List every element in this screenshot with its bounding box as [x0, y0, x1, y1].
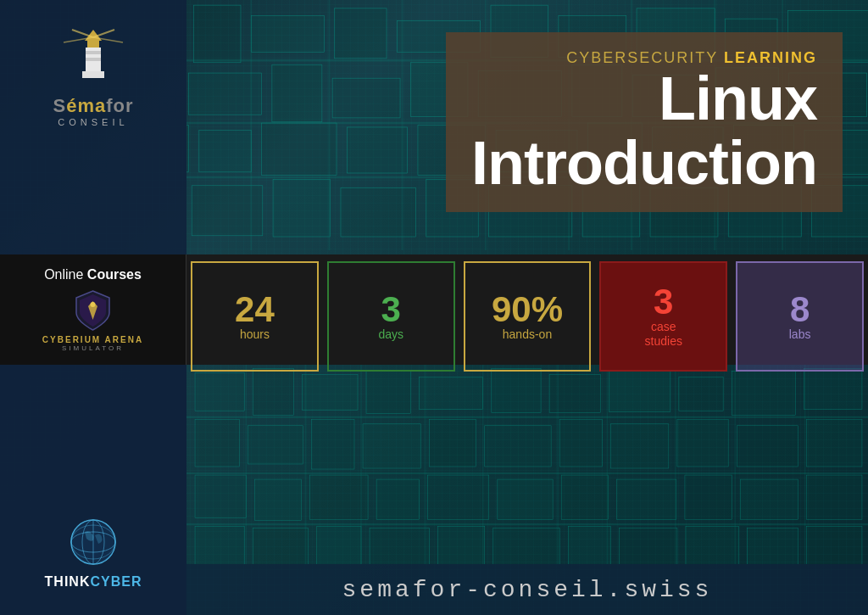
stat-handson-number: 90%: [492, 292, 563, 327]
thinkcyber-logo: THINKCYBER: [45, 574, 142, 590]
stat-labs-label: labs: [789, 327, 811, 342]
conseil-text: CONSEIL: [58, 117, 128, 127]
stat-days-number: 3: [381, 292, 401, 327]
stat-casestudies: 3 casestudies: [599, 261, 727, 372]
svg-rect-99: [740, 479, 798, 519]
svg-line-63: [72, 30, 93, 37]
svg-rect-89: [807, 420, 862, 467]
domain-bar: semafor-conseil.swiss: [186, 564, 868, 615]
svg-rect-98: [685, 475, 732, 519]
stat-hours-number: 24: [235, 292, 275, 327]
city-svg-bottom: [186, 365, 868, 564]
svg-rect-94: [427, 475, 488, 519]
stats-bar-brand: Online Courses CYBERIUM ARENA SIMULATOR: [0, 254, 186, 365]
cyberium-arena-text: CYBERIUM ARENA: [42, 335, 143, 344]
svg-rect-100: [807, 475, 862, 519]
svg-rect-62: [82, 71, 104, 78]
svg-rect-92: [310, 475, 368, 519]
stat-handson-label: hands-on: [503, 327, 552, 342]
stat-hours: 24 hours: [191, 261, 319, 372]
svg-rect-85: [559, 420, 602, 467]
svg-rect-101: [195, 526, 244, 564]
stat-hours-label: hours: [240, 327, 270, 342]
svg-rect-95: [498, 479, 553, 519]
svg-rect-105: [437, 526, 484, 564]
svg-point-67: [91, 302, 96, 307]
svg-rect-96: [561, 475, 608, 519]
svg-rect-77: [732, 371, 795, 415]
globe-icon: [68, 517, 119, 567]
svg-rect-91: [254, 479, 301, 520]
svg-rect-58: [87, 41, 99, 48]
svg-rect-90: [195, 475, 246, 517]
svg-rect-102: [253, 528, 308, 564]
svg-rect-83: [429, 420, 476, 467]
svg-line-64: [93, 30, 114, 37]
svg-rect-86: [610, 424, 668, 468]
svg-rect-73: [492, 368, 541, 412]
svg-rect-78: [804, 368, 862, 409]
svg-rect-87: [677, 420, 728, 467]
svg-rect-72: [419, 377, 482, 409]
svg-rect-80: [248, 426, 303, 464]
svg-rect-107: [568, 526, 610, 564]
svg-rect-68: [195, 372, 244, 411]
svg-rect-88: [737, 426, 798, 467]
svg-rect-104: [370, 528, 429, 564]
svg-rect-60: [86, 51, 101, 54]
svg-rect-70: [303, 374, 358, 410]
title-box: CYBERSECURITY LEARNING Linux Introductio…: [446, 32, 843, 212]
stats-bar: Online Courses CYBERIUM ARENA SIMULATOR …: [0, 254, 868, 365]
stat-casestudies-number: 3: [654, 284, 673, 320]
cyberium-shield-icon: [74, 289, 112, 332]
svg-rect-110: [747, 528, 798, 564]
svg-rect-79: [195, 420, 239, 467]
page-wrapper: Sémafor CONSEIL CYBERSECURITY LEARNING L…: [0, 0, 868, 615]
svg-rect-74: [549, 374, 600, 412]
stats-items: 24 hours 3 days 90% hands-on 3 casestudi…: [186, 254, 868, 365]
stat-days-label: days: [378, 327, 403, 342]
stat-labs-number: 8: [790, 292, 810, 327]
svg-rect-61: [86, 58, 101, 61]
svg-rect-71: [366, 371, 410, 413]
semafor-logo: Sémafor CONSEIL: [53, 25, 133, 127]
svg-rect-76: [679, 377, 723, 411]
header-area: CYBERSECURITY LEARNING Linux Introductio…: [186, 0, 868, 254]
bottom-sidebar: THINKCYBER: [0, 365, 186, 615]
stat-handson: 90% hands-on: [464, 261, 592, 372]
simulator-sub-text: SIMULATOR: [62, 344, 124, 352]
svg-rect-84: [485, 426, 551, 467]
city-aerial-bottom: [186, 365, 868, 564]
stat-labs: 8 labs: [736, 261, 864, 372]
svg-rect-82: [363, 424, 420, 468]
svg-rect-75: [609, 371, 670, 411]
svg-rect-109: [686, 526, 738, 564]
lighthouse-icon: [55, 25, 131, 93]
stat-days: 3 days: [327, 261, 455, 372]
course-title: Linux Introduction: [471, 67, 817, 195]
svg-rect-69: [253, 368, 293, 415]
domain-text: semafor-conseil.swiss: [342, 577, 713, 603]
svg-rect-81: [312, 420, 354, 469]
stat-casestudies-label: casestudies: [645, 320, 682, 349]
svg-rect-106: [493, 528, 559, 564]
svg-rect-111: [807, 526, 862, 564]
svg-rect-103: [317, 526, 361, 564]
svg-rect-108: [620, 528, 677, 564]
online-courses-label: Online Courses: [44, 267, 142, 282]
svg-rect-97: [617, 479, 676, 519]
svg-rect-93: [376, 479, 419, 519]
semafor-name: Sémafor: [53, 95, 133, 117]
